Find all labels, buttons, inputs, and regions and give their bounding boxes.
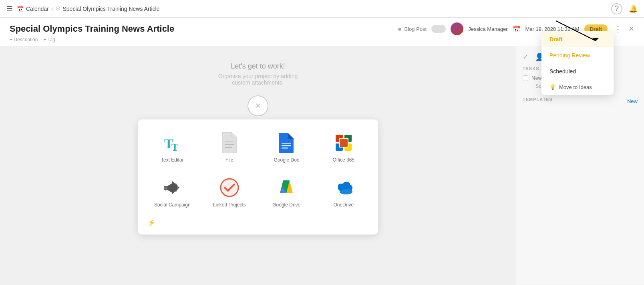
google-doc-item[interactable]: Google Doc bbox=[260, 129, 313, 166]
blog-post-label: Blog Post bbox=[405, 26, 427, 32]
svg-point-19 bbox=[221, 179, 238, 196]
move-to-ideas-option[interactable]: 💡 Move to Ideas bbox=[541, 79, 614, 95]
pending-review-option[interactable]: Pending Review bbox=[541, 47, 614, 63]
draft-option[interactable]: Draft bbox=[541, 31, 614, 47]
google-drive-icon bbox=[276, 177, 297, 198]
templates-label: Templates bbox=[523, 97, 553, 102]
calendar-date-icon: 📅 bbox=[513, 25, 521, 33]
onedrive-icon bbox=[333, 177, 354, 198]
empty-state-title: Let's get to work! bbox=[218, 62, 298, 71]
top-navigation: ☰ 📅 Calendar › ☉ Special Olympics Traini… bbox=[0, 0, 644, 18]
empty-state: Let's get to work! Organize your project… bbox=[218, 62, 298, 86]
user-toggle[interactable] bbox=[431, 25, 446, 33]
office-365-label: Office 365 bbox=[333, 157, 354, 163]
breadcrumb: 📅 Calendar › ☉ Special Olympics Training… bbox=[17, 6, 159, 12]
social-campaign-item[interactable]: Social Campaign bbox=[146, 174, 199, 211]
calendar-icon: 📅 bbox=[17, 6, 24, 12]
office-365-icon bbox=[333, 132, 354, 153]
file-item[interactable]: File bbox=[203, 129, 256, 166]
file-icon bbox=[219, 132, 240, 153]
svg-rect-17 bbox=[164, 186, 167, 190]
onedrive-item[interactable]: OneDrive bbox=[317, 174, 370, 211]
pending-review-label: Pending Review bbox=[549, 52, 590, 59]
menu-button[interactable]: ☰ bbox=[6, 4, 13, 13]
calendar-label[interactable]: Calendar bbox=[26, 6, 49, 12]
circle-close-button[interactable]: ✕ bbox=[248, 95, 268, 116]
rss-icon: ● bbox=[398, 25, 402, 33]
linked-projects-label: Linked Projects bbox=[213, 202, 246, 208]
nav-right: ? 🔔 bbox=[611, 3, 638, 14]
svg-rect-8 bbox=[282, 143, 291, 144]
svg-rect-16 bbox=[340, 139, 348, 147]
header-row: Special Olympics Training News Article ●… bbox=[10, 22, 634, 35]
help-button[interactable]: ? bbox=[611, 3, 622, 14]
templates-section: Templates New bbox=[523, 97, 638, 105]
x-icon: ✕ bbox=[255, 101, 261, 110]
close-button[interactable]: ✕ bbox=[628, 24, 634, 33]
text-editor-icon: T T bbox=[162, 132, 183, 153]
text-editor-item[interactable]: T T Text Editor bbox=[146, 129, 199, 166]
draft-label: Draft bbox=[549, 36, 563, 42]
task-checkbox[interactable] bbox=[523, 75, 528, 81]
main-content: Let's get to work! Organize your project… bbox=[0, 46, 516, 285]
user-name: Jessica Manager bbox=[468, 26, 507, 32]
check-icon: ✓ bbox=[523, 53, 529, 61]
blog-post-badge: ● Blog Post bbox=[398, 25, 427, 33]
bolt-icon: ⚡ bbox=[147, 219, 155, 226]
notification-button[interactable]: 🔔 bbox=[629, 4, 638, 13]
scheduled-option[interactable]: Scheduled bbox=[541, 63, 614, 79]
idea-icon: 💡 bbox=[549, 84, 556, 90]
google-drive-item[interactable]: Google Drive bbox=[260, 174, 313, 211]
move-to-ideas-label: Move to Ideas bbox=[559, 84, 592, 90]
article-title: Special Olympics Training News Article bbox=[10, 24, 174, 34]
svg-rect-9 bbox=[282, 145, 291, 146]
svg-text:T: T bbox=[171, 141, 178, 152]
add-tag[interactable]: + Tag bbox=[43, 37, 55, 42]
social-campaign-icon bbox=[162, 177, 183, 198]
google-doc-icon bbox=[276, 132, 297, 153]
text-editor-label: Text Editor bbox=[161, 157, 184, 163]
linked-projects-item[interactable]: Linked Projects bbox=[203, 174, 256, 211]
avatar bbox=[451, 22, 463, 35]
svg-rect-10 bbox=[282, 148, 288, 149]
sub-meta: + Description + Tag bbox=[10, 35, 634, 42]
nav-left: ☰ 📅 Calendar › ☉ Special Olympics Traini… bbox=[6, 4, 159, 13]
attachment-panel: T T Text Editor File bbox=[138, 119, 378, 234]
article-breadcrumb-label: Special Olympics Training News Article bbox=[63, 6, 160, 12]
linked-projects-icon bbox=[219, 177, 240, 198]
new-template-label[interactable]: New bbox=[627, 98, 638, 104]
add-description[interactable]: + Description bbox=[10, 37, 38, 42]
social-campaign-label: Social Campaign bbox=[154, 202, 191, 208]
empty-state-subtitle: Organize your project by adding custom a… bbox=[218, 73, 298, 86]
breadcrumb-separator: › bbox=[51, 6, 53, 12]
rss-icon: ☉ bbox=[56, 6, 60, 12]
onedrive-label: OneDrive bbox=[333, 202, 354, 208]
scheduled-label: Scheduled bbox=[549, 68, 576, 75]
office-365-item[interactable]: Office 365 bbox=[317, 129, 370, 166]
google-doc-label: Google Doc bbox=[274, 157, 299, 163]
google-drive-label: Google Drive bbox=[272, 202, 300, 208]
status-dropdown: Draft Pending Review Scheduled 💡 Move to… bbox=[541, 31, 614, 95]
more-options-button[interactable]: ⋮ bbox=[612, 24, 624, 34]
file-label: File bbox=[225, 157, 233, 163]
